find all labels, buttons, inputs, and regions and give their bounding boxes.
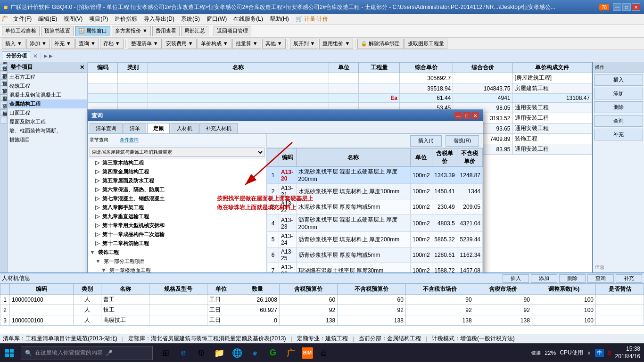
taskbar-icon-green-g[interactable]: G bbox=[266, 346, 280, 360]
vtab-fee[interactable]: 费用汇总 bbox=[0, 102, 7, 108]
insert-btn[interactable]: 插入(I) bbox=[410, 135, 441, 147]
right-btn-add[interactable]: 添加 bbox=[594, 88, 643, 99]
btn-property-window[interactable]: 🪟 属性窗口 bbox=[75, 26, 110, 36]
start-button[interactable] bbox=[0, 344, 19, 362]
menu-project[interactable]: 项目(P) bbox=[86, 14, 111, 24]
tree-item-masonry[interactable]: 砌筑工程 bbox=[8, 82, 87, 90]
taskbar-icon-globe[interactable]: 🌐 bbox=[230, 346, 244, 360]
tree-item-concrete[interactable]: 混凝土及钢筋混凝土工 bbox=[8, 90, 87, 99]
menu-help[interactable]: 帮助(H) bbox=[267, 14, 292, 24]
menu-price-index[interactable]: 造价指标 bbox=[112, 14, 140, 24]
minimize-btn[interactable]: — bbox=[613, 3, 621, 11]
vtab-section[interactable]: 分部分项 bbox=[0, 72, 7, 78]
menu-import-export[interactable]: 导入导出(D) bbox=[141, 14, 177, 24]
tree-chapter3[interactable]: ▷ 第三章木结构工程 bbox=[88, 158, 266, 167]
menu-system[interactable]: 系统(S) bbox=[178, 14, 203, 24]
btn-local-sum[interactable]: 局部汇总 bbox=[181, 26, 208, 36]
vtab-overview[interactable]: 工程概况 bbox=[0, 64, 7, 71]
result-row-4[interactable]: 4 A13-23 沥青砂浆找平层 混凝土或硬基层上 厚度200mm 100m2 … bbox=[267, 215, 483, 232]
bottom-row-2[interactable]: 2 人 技工 工日 60.927 92 92 92 92 100 bbox=[0, 305, 644, 315]
vtab-measure[interactable]: 措施项目 bbox=[0, 79, 7, 86]
vtab-other[interactable]: 其他项目 bbox=[0, 87, 7, 93]
tree-item-facade[interactable]: 口面工程 bbox=[8, 108, 87, 117]
right-btn-supplement[interactable]: 补充 bbox=[594, 129, 643, 140]
dialog-close-btn[interactable]: ✕ bbox=[471, 112, 479, 119]
tree-chapter11[interactable]: ▷ 第十一章成品构件二次运输 bbox=[88, 230, 266, 239]
btn-reuse-price[interactable]: 重用组价 ▼ bbox=[319, 39, 353, 49]
tree-chapter5[interactable]: ▷ 第五章屋面及防水工程 bbox=[88, 176, 266, 185]
table-row[interactable]: 39518.94 104843.75 房屋建筑工程 bbox=[88, 83, 592, 94]
bottom-add-btn[interactable]: 添加 bbox=[531, 274, 557, 283]
btn-query[interactable]: 查询 ▼ bbox=[75, 39, 99, 49]
tree-chapter4[interactable]: ▷ 第四章金属结构工程 bbox=[88, 167, 266, 176]
tree-item-metal[interactable]: 金属结构工程 bbox=[8, 99, 87, 108]
taskbar-icon-app2[interactable]: BIM bbox=[302, 347, 313, 359]
btn-check[interactable]: 单位工程自检 bbox=[2, 26, 40, 36]
result-row-3[interactable]: 3 A13-22 水泥砂浆找平层 厚度每增减5mm 100m2 230.49 2… bbox=[267, 199, 483, 215]
right-btn-delete[interactable]: 删除 bbox=[594, 101, 643, 113]
replace-btn[interactable]: 替换(R) bbox=[446, 135, 479, 147]
menu-window[interactable]: 窗口(W) bbox=[204, 14, 230, 24]
btn-return-project[interactable]: 返回项目管理 bbox=[214, 26, 251, 36]
dialog-max-btn[interactable]: □ bbox=[463, 112, 471, 119]
dialog-min-btn[interactable]: — bbox=[454, 112, 462, 119]
right-btn-query[interactable]: 查询 bbox=[594, 115, 643, 127]
vtab-report[interactable]: 报表 bbox=[0, 109, 7, 116]
condition-search[interactable]: 条件查询 bbox=[120, 137, 139, 143]
taskbar-icon-settings[interactable]: ⚙ bbox=[194, 346, 208, 360]
bottom-insert-btn[interactable]: 插入 bbox=[503, 274, 529, 283]
menu-edit[interactable]: 编辑(E) bbox=[35, 14, 60, 24]
btn-insert[interactable]: 插入 ▼ bbox=[2, 39, 25, 49]
tree-chapter8[interactable]: ▷ 第八章脚手架工程 bbox=[88, 203, 266, 212]
dialog-tab-list-query[interactable]: 清单查询 bbox=[90, 123, 123, 133]
dialog-tab-supplement[interactable]: 补充人材机 bbox=[199, 123, 238, 133]
bottom-row-3[interactable]: 3 1000000100 人 高级技工 工日 0 138 138 138 138… bbox=[0, 315, 644, 326]
btn-other[interactable]: 其他 ▼ bbox=[262, 39, 286, 49]
close-section-btn[interactable]: ✕ bbox=[33, 53, 38, 59]
btn-multi-plan[interactable]: 多方案报价 ▼ bbox=[112, 26, 151, 36]
taskbar-search-box[interactable]: 🔍 在这里输入你要搜索的内容 🎤 bbox=[21, 346, 153, 360]
tree-item-earthwork[interactable]: 土石方工程 bbox=[8, 73, 87, 82]
btn-fee-view[interactable]: 费用查看 bbox=[152, 26, 180, 36]
btn-supplement[interactable]: 补充 ▼ bbox=[51, 39, 74, 49]
sidebar-close[interactable]: ✕ bbox=[80, 64, 84, 71]
bottom-supplement-btn[interactable]: 补充 bbox=[616, 274, 642, 283]
tree-decor[interactable]: ▼ 装饰工程 bbox=[88, 248, 266, 257]
menu-view[interactable]: 视图(V) bbox=[61, 14, 85, 24]
maximize-btn[interactable]: □ bbox=[622, 3, 631, 11]
tree-chapter7[interactable]: ▷ 第七章混凝土、钢筋混凝土 bbox=[88, 194, 266, 203]
btn-organize-list[interactable]: 整理清单 ▼ bbox=[128, 39, 162, 49]
table-row[interactable]: 305692.7 [房屋建筑工程] bbox=[88, 73, 592, 83]
tree-chapter6[interactable]: ▷ 第六章保温、隔热、防腐工 bbox=[88, 185, 266, 194]
province-dropdown[interactable]: 湖北省房屋建筑与装饰工程消耗量重定 bbox=[90, 148, 264, 157]
btn-capture-qty[interactable]: 摄取图形工程量 bbox=[405, 39, 447, 49]
taskbar-icon-task[interactable]: ⊞ bbox=[158, 346, 173, 360]
btn-budget-setting[interactable]: 预算书设置 bbox=[41, 26, 74, 36]
taskbar-icon-app1[interactable]: 广 bbox=[284, 346, 298, 360]
dialog-tab-list[interactable]: 清单 bbox=[124, 123, 146, 133]
close-btn[interactable]: ✕ bbox=[632, 3, 640, 11]
dialog-tab-material[interactable]: 人材机 bbox=[171, 123, 198, 133]
tree-item-measures[interactable]: 措施项目 bbox=[8, 135, 87, 144]
result-row-2[interactable]: 2 A13-21 水泥砂浆找平层 填充材料上 厚度100mm 100m2 145… bbox=[267, 184, 483, 199]
bottom-query-btn[interactable]: 查询 bbox=[587, 274, 614, 283]
dialog-controls[interactable]: — □ ✕ bbox=[454, 112, 479, 119]
vtab-compliance[interactable]: 符合性检查 bbox=[0, 117, 7, 123]
btn-unlock[interactable]: 🔒 解除清单绑定 bbox=[357, 39, 403, 49]
btn-add[interactable]: 添加 ▼ bbox=[26, 39, 50, 49]
taskbar-icon-app3[interactable]: 🖨 bbox=[317, 346, 331, 360]
table-row[interactable]: Ea 61.44 4941 13108.47 bbox=[88, 94, 592, 103]
btn-unit-price-comp[interactable]: 单价构成 ▼ bbox=[198, 39, 231, 49]
tree-item-wall-finish[interactable]: 墙、柱面装饰与隔断、 bbox=[8, 126, 87, 135]
taskbar-icon-ie[interactable]: e bbox=[248, 346, 262, 360]
tree-item-roofing[interactable]: 屋面及防水工程 bbox=[8, 117, 87, 126]
right-btn-insert[interactable]: 插入 bbox=[594, 74, 643, 86]
btn-batch-calc[interactable]: 批量算 ▼ bbox=[232, 39, 261, 49]
result-row-1[interactable]: 1 A13-20 水泥砂浆找平层 混凝土或硬基层上 厚度200mm 100m2 … bbox=[267, 167, 483, 184]
menu-online[interactable]: 在线服务(L) bbox=[231, 14, 266, 24]
tree-chapter10[interactable]: ▷ 第十章常用大型机械安拆和 bbox=[88, 221, 266, 230]
result-row-7[interactable]: 7 A13-26 现浇细石混凝土找平层 厚度30mm 100m2 1588.72… bbox=[267, 263, 483, 273]
tree-chapter12[interactable]: ▷ 第十二章构筑物工程 bbox=[88, 239, 266, 248]
btn-install-fee[interactable]: 安装费用 ▼ bbox=[163, 39, 197, 49]
tree-chapter9[interactable]: ▷ 第九章垂直运输工程 bbox=[88, 212, 266, 221]
